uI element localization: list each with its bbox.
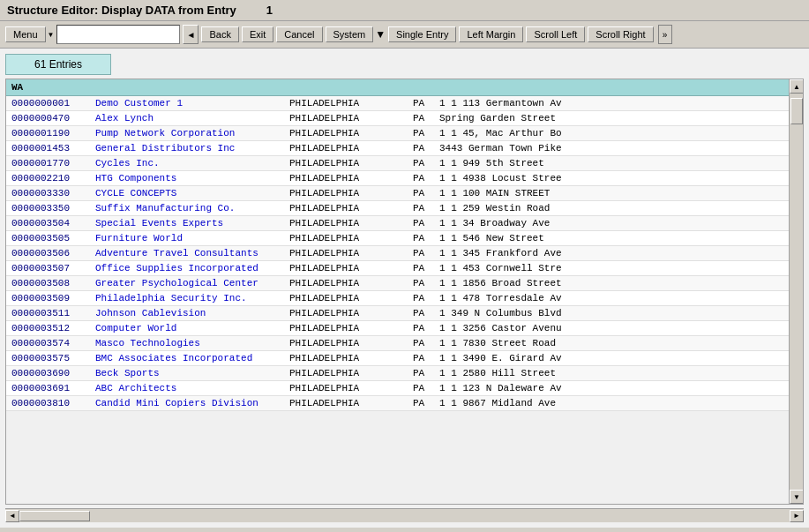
exit-button[interactable]: Exit xyxy=(242,26,273,42)
cell-id: 0000000470 xyxy=(6,111,90,126)
cell-id: 0000001770 xyxy=(6,156,90,171)
cell-city: PHILADELPHIA xyxy=(284,366,408,381)
cell-state: PA xyxy=(408,171,434,186)
cell-name: Office Supplies Incorporated xyxy=(90,261,284,276)
cell-city: PHILADELPHIA xyxy=(284,276,408,291)
cell-address: 1 1 45, Mac Arthur Bo xyxy=(434,126,803,141)
cell-city: PHILADELPHIA xyxy=(284,111,408,126)
cell-name: CYCLE CONCEPTS xyxy=(90,186,284,201)
cell-name: Masco Technologies xyxy=(90,336,284,351)
scroll-left-button[interactable]: Scroll Left xyxy=(526,26,585,42)
table-row[interactable]: 0000003575BMC Associates IncorporatedPHI… xyxy=(6,351,803,366)
menu-button-container[interactable]: Menu ▼ xyxy=(5,26,54,42)
table-row[interactable]: 0000003690Beck SportsPHILADELPHIAPA1 1 2… xyxy=(6,366,803,381)
h-scroll-thumb[interactable] xyxy=(19,511,90,521)
system-button[interactable]: System xyxy=(326,26,374,42)
table-row[interactable]: 0000000470Alex LynchPHILADELPHIAPASpring… xyxy=(6,111,803,126)
cell-address: 1 1 259 Westin Road xyxy=(434,201,803,216)
table-row[interactable]: 0000003508Greater Psychological CenterPH… xyxy=(6,276,803,291)
cell-address: 1 1 123 N Daleware Av xyxy=(434,381,803,396)
back-button[interactable]: Back xyxy=(201,26,238,42)
table-row[interactable]: 0000003574Masco TechnologiesPHILADELPHIA… xyxy=(6,336,803,351)
cell-city: PHILADELPHIA xyxy=(284,201,408,216)
toolbar: Menu ▼ ◄ Back Exit Cancel System ▼ Singl… xyxy=(0,21,809,49)
table-row[interactable]: 0000001453General Distributors IncPHILAD… xyxy=(6,141,803,156)
cell-state: PA xyxy=(408,351,434,366)
content-area: 61 Entries WA 0000000001Demo Customer 1P… xyxy=(0,49,809,528)
cell-id: 0000003509 xyxy=(6,291,90,306)
more-arrow[interactable]: » xyxy=(658,25,672,44)
cell-state: PA xyxy=(408,186,434,201)
scroll-down-button[interactable]: ▼ xyxy=(790,490,804,504)
nav-left-arrow[interactable]: ◄ xyxy=(183,25,199,44)
cell-name: HTG Components xyxy=(90,171,284,186)
table-row[interactable]: 0000003691ABC ArchitectsPHILADELPHIAPA1 … xyxy=(6,381,803,396)
cell-id: 0000000001 xyxy=(6,96,90,111)
system-button-container[interactable]: System ▼ xyxy=(326,26,386,42)
table-row[interactable]: 0000003509Philadelphia Security Inc.PHIL… xyxy=(6,291,803,306)
cell-address: 1 1 113 Germantown Av xyxy=(434,96,803,111)
cell-name: Cycles Inc. xyxy=(90,156,284,171)
section-header: WA xyxy=(6,79,803,96)
cell-state: PA xyxy=(408,381,434,396)
vertical-scrollbar[interactable]: ▲ ▼ xyxy=(789,79,803,504)
cell-id: 0000001190 xyxy=(6,126,90,141)
cell-state: PA xyxy=(408,216,434,231)
table-row[interactable]: 0000003504Special Events ExpertsPHILADEL… xyxy=(6,216,803,231)
cell-id: 0000003504 xyxy=(6,216,90,231)
cell-state: PA xyxy=(408,366,434,381)
cell-name: Candid Mini Copiers Division xyxy=(90,396,284,411)
cell-address: 1 1 949 5th Street xyxy=(434,156,803,171)
single-entry-button[interactable]: Single Entry xyxy=(388,26,456,42)
cell-address: 1 1 4938 Locust Stree xyxy=(434,171,803,186)
table-row[interactable]: 0000001770Cycles Inc.PHILADELPHIAPA1 1 9… xyxy=(6,156,803,171)
title-bar: Structure Editor: Display DATA from Entr… xyxy=(0,0,809,21)
table-row[interactable]: 0000003505Furniture WorldPHILADELPHIAPA1… xyxy=(6,231,803,246)
table-row[interactable]: 0000002210HTG ComponentsPHILADELPHIAPA1 … xyxy=(6,171,803,186)
table-row[interactable]: 0000003506Adventure Travel ConsultantsPH… xyxy=(6,246,803,261)
cell-name: Adventure Travel Consultants xyxy=(90,246,284,261)
cell-city: PHILADELPHIA xyxy=(284,396,408,411)
cell-name: Pump Network Corporation xyxy=(90,126,284,141)
horizontal-scrollbar[interactable]: ◄ ► xyxy=(5,508,804,522)
cell-name: BMC Associates Incorporated xyxy=(90,351,284,366)
h-scroll-left-button[interactable]: ◄ xyxy=(5,510,19,522)
cell-city: PHILADELPHIA xyxy=(284,186,408,201)
table-row[interactable]: 0000001190Pump Network CorporationPHILAD… xyxy=(6,126,803,141)
cell-address: 1 1 34 Broadway Ave xyxy=(434,216,803,231)
table-row[interactable]: 0000003330CYCLE CONCEPTSPHILADELPHIAPA1 … xyxy=(6,186,803,201)
cell-city: PHILADELPHIA xyxy=(284,126,408,141)
cell-state: PA xyxy=(408,126,434,141)
cell-city: PHILADELPHIA xyxy=(284,231,408,246)
table-row[interactable]: 0000003507Office Supplies IncorporatedPH… xyxy=(6,261,803,276)
left-margin-button[interactable]: Left Margin xyxy=(459,26,523,42)
cell-id: 0000001453 xyxy=(6,141,90,156)
cell-address: 3443 German Town Pike xyxy=(434,141,803,156)
cell-id: 0000003575 xyxy=(6,351,90,366)
table-row[interactable]: 0000000001Demo Customer 1PHILADELPHIAPA1… xyxy=(6,96,803,111)
table-row[interactable]: 0000003512Computer WorldPHILADELPHIAPA1 … xyxy=(6,321,803,336)
cell-address: 1 1 478 Torresdale Av xyxy=(434,291,803,306)
table-row[interactable]: 0000003511Johnson CablevisionPHILADELPHI… xyxy=(6,306,803,321)
h-scroll-track[interactable] xyxy=(19,510,790,522)
table-row[interactable]: 0000003350Suffix Manufacturing Co.PHILAD… xyxy=(6,201,803,216)
cell-id: 0000003507 xyxy=(6,261,90,276)
table-row[interactable]: 0000003810Candid Mini Copiers DivisionPH… xyxy=(6,396,803,411)
entries-badge: 61 Entries xyxy=(5,54,111,75)
cell-city: PHILADELPHIA xyxy=(284,351,408,366)
cell-address: 1 1 3256 Castor Avenu xyxy=(434,321,803,336)
cell-address: 1 1 7830 Street Road xyxy=(434,336,803,351)
cell-city: PHILADELPHIA xyxy=(284,321,408,336)
cancel-button[interactable]: Cancel xyxy=(276,26,322,42)
cell-state: PA xyxy=(408,321,434,336)
cell-state: PA xyxy=(408,306,434,321)
table-scroll[interactable]: WA 0000000001Demo Customer 1PHILADELPHIA… xyxy=(6,79,803,504)
scroll-thumb[interactable] xyxy=(790,98,803,124)
cell-id: 0000003574 xyxy=(6,336,90,351)
menu-button[interactable]: Menu xyxy=(5,26,46,42)
search-input[interactable] xyxy=(56,25,180,44)
h-scroll-right-button[interactable]: ► xyxy=(790,510,804,522)
scroll-up-button[interactable]: ▲ xyxy=(790,79,804,94)
scroll-right-button[interactable]: Scroll Right xyxy=(588,26,653,42)
cell-address: 1 349 N Columbus Blvd xyxy=(434,306,803,321)
